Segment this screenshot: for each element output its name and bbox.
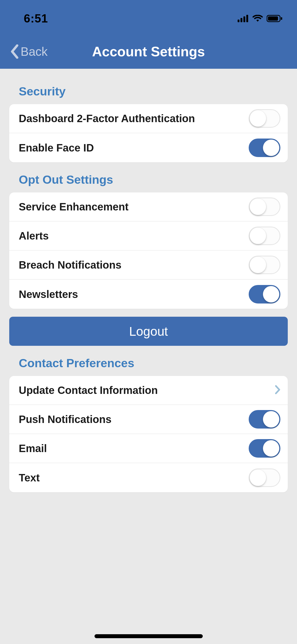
row-alerts: Alerts	[9, 222, 288, 251]
svg-rect-0	[238, 20, 239, 22]
header: 6:51	[0, 0, 297, 69]
section-header-optout: Opt Out Settings	[9, 162, 288, 192]
row-service-enhancement: Service Enhancement	[9, 192, 288, 222]
group-contact: Update Contact Information Push Notifica…	[9, 376, 288, 492]
toggle-push[interactable]	[249, 410, 280, 429]
row-label: Service Enhancement	[19, 201, 129, 213]
svg-rect-1	[241, 18, 242, 22]
content: Security Dashboard 2-Factor Authenticati…	[0, 69, 297, 492]
toggle-newsletters[interactable]	[249, 285, 280, 303]
battery-icon	[267, 15, 282, 22]
status-time: 6:51	[24, 12, 48, 25]
row-2fa: Dashboard 2-Factor Authentication	[9, 104, 288, 133]
row-label: Update Contact Information	[19, 384, 158, 396]
toggle-alerts[interactable]	[249, 227, 280, 245]
status-indicators	[238, 15, 282, 22]
wifi-icon	[252, 15, 263, 22]
svg-rect-5	[268, 16, 278, 21]
svg-rect-2	[243, 16, 245, 22]
toggle-breach[interactable]	[249, 256, 280, 274]
row-label: Alerts	[19, 230, 49, 242]
row-update-contact[interactable]: Update Contact Information	[9, 376, 288, 405]
toggle-faceid[interactable]	[249, 139, 280, 157]
toggle-service-enhancement[interactable]	[249, 197, 280, 216]
navbar: Back Account Settings	[0, 41, 297, 62]
row-breach: Breach Notifications	[9, 251, 288, 280]
svg-rect-3	[246, 15, 248, 22]
row-text: Text	[9, 463, 288, 492]
section-header-contact: Contact Preferences	[9, 346, 288, 376]
toggle-email[interactable]	[249, 439, 280, 458]
back-label: Back	[21, 44, 48, 59]
logout-button[interactable]: Logout	[9, 317, 288, 346]
back-button[interactable]: Back	[11, 44, 48, 59]
row-label: Push Notifications	[19, 413, 111, 425]
toggle-2fa[interactable]	[249, 109, 280, 128]
chevron-left-icon	[11, 44, 18, 59]
row-label: Newsletters	[19, 288, 78, 300]
row-label: Text	[19, 472, 40, 484]
toggle-text[interactable]	[249, 468, 280, 487]
row-label: Email	[19, 443, 47, 454]
logout-label: Logout	[129, 324, 168, 339]
status-bar: 6:51	[0, 11, 297, 26]
row-newsletters: Newsletters	[9, 280, 288, 309]
cellular-icon	[238, 15, 249, 22]
row-label: Dashboard 2-Factor Authentication	[19, 113, 195, 125]
row-label: Enable Face ID	[19, 142, 94, 154]
row-faceid: Enable Face ID	[9, 133, 288, 162]
home-indicator[interactable]	[95, 634, 203, 638]
row-email: Email	[9, 434, 288, 463]
group-security: Dashboard 2-Factor Authentication Enable…	[9, 104, 288, 162]
section-header-security: Security	[9, 77, 288, 104]
row-push: Push Notifications	[9, 405, 288, 434]
svg-rect-6	[281, 17, 282, 20]
page-title: Account Settings	[92, 44, 205, 59]
row-label: Breach Notifications	[19, 259, 121, 271]
group-optout: Service Enhancement Alerts Breach Notifi…	[9, 192, 288, 309]
chevron-right-icon	[275, 385, 280, 395]
